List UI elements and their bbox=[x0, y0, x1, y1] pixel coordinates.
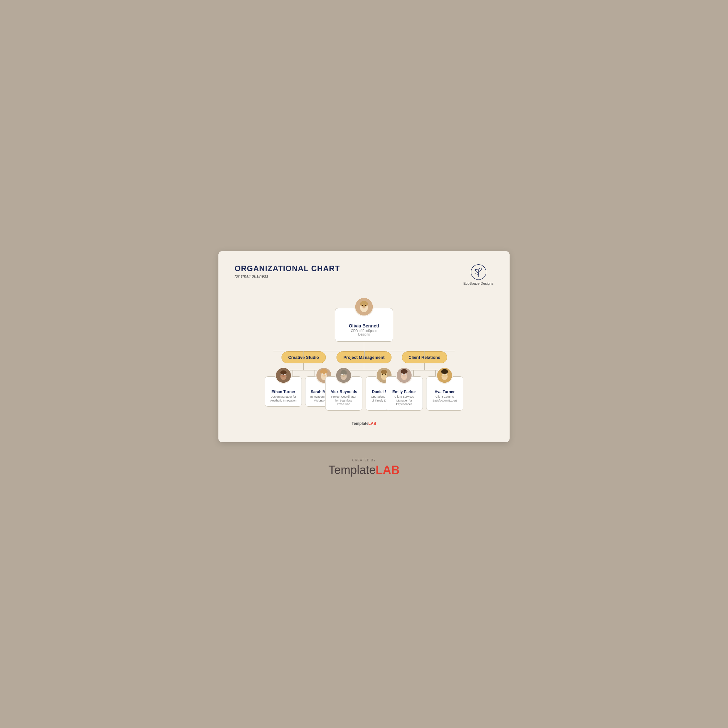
alex-name: Alex Reynolds bbox=[330, 390, 358, 394]
pm-emp2-tick bbox=[375, 370, 375, 377]
footer-lab-text: LAB bbox=[369, 421, 376, 426]
cr-employees: Emily Parker Client Services Manager for… bbox=[386, 376, 463, 411]
svg-point-24 bbox=[322, 374, 323, 374]
ava-name: Ava Turner bbox=[431, 390, 459, 394]
ceo-name: Olivia Bennett bbox=[345, 323, 383, 329]
ava-role: Client Comms Satisfaction Expert bbox=[431, 395, 459, 402]
emp-card-emily: Emily Parker Client Services Manager for… bbox=[386, 376, 423, 411]
ceo-card: Olivia Bennett CEO of EcoSpace Designs bbox=[335, 308, 393, 342]
svg-point-21 bbox=[320, 369, 327, 374]
chart-header: ORGANIZATIONAL CHART for small business … bbox=[235, 264, 493, 285]
bottom-watermark: CREATED BY TemplateLAB bbox=[329, 459, 399, 477]
ceo-vline bbox=[364, 342, 364, 351]
ceo-avatar bbox=[354, 297, 374, 317]
svg-point-25 bbox=[325, 374, 326, 374]
alex-avatar-wrapper bbox=[335, 367, 352, 384]
alex-role: Project Coordinator for Seamless Executi… bbox=[330, 395, 358, 406]
emp-card-alex: Alex Reynolds Project Coordinator for Se… bbox=[325, 376, 362, 411]
svg-point-38 bbox=[381, 370, 387, 374]
svg-point-49 bbox=[402, 374, 403, 374]
svg-point-34 bbox=[345, 374, 346, 375]
chart-card: ORGANIZATIONAL CHART for small business … bbox=[219, 251, 509, 442]
svg-point-33 bbox=[342, 374, 343, 375]
ethan-role: Design Manager for Aesthetic Innovation bbox=[269, 395, 297, 402]
title-block: ORGANIZATIONAL CHART for small business bbox=[235, 264, 340, 278]
watermark-lab-text: LAB bbox=[376, 463, 399, 477]
dept-project-mgmt: Project Management bbox=[334, 352, 394, 411]
dept-creative-studio: Creative Studio bbox=[274, 352, 333, 407]
pm-tick bbox=[364, 351, 365, 359]
svg-point-54 bbox=[441, 369, 448, 374]
ceo-role: CEO of EcoSpace Designs bbox=[345, 329, 383, 336]
page-wrapper: ORGANIZATIONAL CHART for small business … bbox=[219, 251, 509, 477]
svg-point-41 bbox=[382, 374, 383, 375]
svg-point-46 bbox=[401, 369, 408, 374]
svg-point-57 bbox=[443, 374, 443, 374]
watermark-brand: TemplateLAB bbox=[329, 463, 399, 477]
cs-vline bbox=[303, 363, 304, 370]
svg-point-42 bbox=[385, 374, 386, 375]
cs-emp2-tick bbox=[315, 370, 315, 377]
org-tree: Olivia Bennett CEO of EcoSpace Designs bbox=[235, 295, 493, 411]
cr-emp1-tick bbox=[413, 370, 414, 377]
cs-emp1-tick bbox=[292, 370, 293, 377]
ethan-face-icon bbox=[276, 367, 291, 383]
svg-rect-30 bbox=[341, 373, 347, 374]
emily-name: Emily Parker bbox=[390, 390, 418, 394]
ava-avatar bbox=[436, 367, 453, 384]
emp-card-ethan: Ethan Turner Design Manager for Aestheti… bbox=[265, 376, 302, 407]
cr-vline bbox=[424, 363, 425, 370]
cr-tick bbox=[425, 351, 425, 359]
svg-point-9 bbox=[365, 305, 366, 306]
ceo-avatar-wrapper bbox=[354, 297, 374, 317]
watermark-template-text: Template bbox=[329, 463, 376, 477]
chart-subtitle: for small business bbox=[235, 274, 340, 278]
svg-point-17 bbox=[285, 374, 285, 375]
ethan-avatar-wrapper bbox=[275, 367, 292, 384]
pm-vline bbox=[364, 363, 364, 370]
emp-card-ava: Ava Turner Client Comms Satisfaction Exp… bbox=[426, 376, 463, 411]
emily-avatar bbox=[396, 367, 413, 384]
pm-emp1-tick bbox=[353, 370, 353, 377]
watermark-created-by: CREATED BY bbox=[329, 459, 399, 462]
ava-face-icon bbox=[437, 367, 452, 383]
footer-brand: TemplateLAB bbox=[235, 420, 493, 426]
dept-client-relations: Client Relations bbox=[395, 352, 454, 411]
svg-point-58 bbox=[446, 374, 447, 374]
ava-avatar-wrapper bbox=[436, 367, 453, 384]
svg-point-8 bbox=[362, 305, 363, 306]
ethan-avatar bbox=[275, 367, 292, 384]
brand-block: EcoSpace Designs bbox=[463, 264, 493, 285]
svg-rect-5 bbox=[360, 303, 368, 305]
emily-face-icon bbox=[397, 367, 411, 383]
footer-template-text: Template bbox=[352, 421, 369, 426]
svg-point-50 bbox=[405, 374, 406, 374]
brand-logo-icon bbox=[471, 264, 486, 280]
ceo-face-icon bbox=[355, 298, 373, 315]
svg-point-13 bbox=[280, 370, 286, 375]
svg-point-16 bbox=[281, 374, 282, 375]
ethan-name: Ethan Turner bbox=[269, 390, 297, 394]
cr-emp2-tick bbox=[435, 370, 436, 377]
brand-name: EcoSpace Designs bbox=[463, 281, 493, 285]
alex-avatar bbox=[335, 367, 352, 384]
cs-tick bbox=[303, 351, 304, 359]
three-depts: Creative Studio bbox=[274, 352, 454, 411]
emily-avatar-wrapper bbox=[396, 367, 413, 384]
dept-hbar bbox=[274, 351, 454, 352]
alex-face-icon bbox=[336, 367, 351, 383]
chart-title: ORGANIZATIONAL CHART bbox=[235, 264, 340, 273]
emily-role: Client Services Manager for Experiences bbox=[390, 395, 418, 406]
